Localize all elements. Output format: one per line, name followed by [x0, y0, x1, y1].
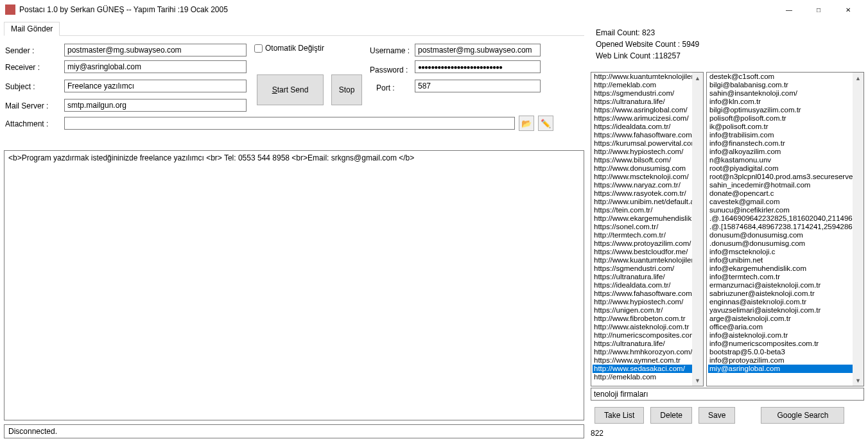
list-item[interactable]: bootstrap@5.0.0-beta3 [708, 348, 853, 356]
receiver-input[interactable] [64, 60, 247, 73]
list-item[interactable]: http://www.hypiostech.com/ [593, 298, 692, 306]
mailserver-input[interactable] [64, 99, 247, 112]
list-item[interactable]: destek@c1soft.com [708, 73, 853, 81]
list-item[interactable]: ermanzurnaci@aisteknoloji.com.tr [708, 281, 853, 290]
list-item[interactable]: info@finanstech.com.tr [708, 139, 853, 148]
list-item[interactable]: info@alkoyazilim.com [708, 148, 853, 156]
list-item[interactable]: office@aria.com [708, 323, 853, 331]
list-item[interactable]: info@mscteknoloji.c [708, 248, 853, 256]
list-item[interactable]: enginnas@aistekrıoloji.com.tr [708, 298, 853, 306]
list-item[interactable]: info@unibim.net [708, 256, 853, 264]
port-input[interactable] [415, 80, 541, 92]
list-item[interactable]: https://www.rasyotek.com.tr/ [593, 189, 692, 198]
email-scrollbar[interactable]: ▲ ▼ [853, 73, 864, 386]
username-input[interactable] [415, 44, 541, 56]
auto-change-check[interactable] [254, 44, 263, 53]
list-item[interactable]: https://unigen.com.tr/ [593, 306, 692, 315]
list-item[interactable]: yavuzselimari@aisteknoloji.com.tr [708, 306, 853, 315]
list-item[interactable]: https://sgmendustri.com/ [593, 89, 692, 98]
list-item-selected[interactable]: miy@asringlobal.com [708, 365, 853, 373]
list-item[interactable]: .donusum@donusumisg.com [708, 239, 853, 248]
search-input[interactable] [591, 388, 864, 401]
subject-input[interactable] [64, 80, 247, 92]
list-item[interactable]: n@kastamonu.unv [708, 156, 853, 164]
list-item[interactable]: polisoft@polisoft.com.tr [708, 114, 853, 123]
list-item[interactable]: https://www.fahasoftware.com/ [593, 290, 692, 298]
list-item[interactable]: http://www.ekargemuhendislik. [593, 214, 692, 223]
password-input[interactable] [415, 60, 541, 73]
close-button[interactable]: ✕ [833, 0, 863, 19]
list-item[interactable]: https://www.naryaz.com.tr/ [593, 181, 692, 189]
list-item[interactable]: http://www.fibrobeton.com.tr [593, 315, 692, 323]
list-item[interactable]: sabriuzuner@aisteknoloji.com.tr [708, 290, 853, 298]
list-item[interactable]: http://emeklab.com [593, 81, 692, 89]
list-item[interactable]: http://numericscomposites.com [593, 331, 692, 340]
list-item[interactable]: http://www.aisteknoloji.com.tr [593, 323, 692, 331]
list-item[interactable]: http://www.donusumisg.com [593, 164, 692, 173]
list-item[interactable]: info@kln.com.tr [708, 98, 853, 106]
take-list-button[interactable]: Take List [595, 407, 644, 424]
list-item[interactable]: arge@aisteknoloji.com.tr [708, 315, 853, 323]
list-item[interactable]: https://www.fahasoftware.com/ [593, 131, 692, 139]
message-body[interactable]: <b>Program yazdırmak istedğininizde free… [4, 150, 584, 420]
maximize-button[interactable]: □ [804, 0, 833, 19]
list-item[interactable]: https://www.arimucizesi.com/ [593, 114, 692, 123]
list-item[interactable]: https://sgmendustri.com/ [593, 264, 692, 273]
scroll-down-icon[interactable]: ▼ [692, 375, 703, 386]
list-item[interactable]: sahin@insanteknoloji.com/ [708, 89, 853, 98]
list-item[interactable]: donusum@donusumisg.com [708, 231, 853, 239]
minimize-button[interactable]: — [774, 0, 804, 19]
delete-button[interactable]: Delete [650, 407, 692, 424]
start-send-button[interactable]: Start Send [257, 74, 324, 105]
url-listbox[interactable]: http://www.kuantumteknolojilerhttp://eme… [591, 72, 704, 386]
list-item[interactable]: .@.1646909642232825,181602040,211496836 [708, 214, 853, 223]
scroll-down-icon[interactable]: ▼ [853, 375, 864, 386]
list-item[interactable]: root@piyadigital.com [708, 164, 853, 173]
email-listbox[interactable]: destek@c1soft.combilgi@balabanisg.com.tr… [706, 72, 864, 386]
list-item[interactable]: https://ultranatura.life/ [593, 273, 692, 281]
scroll-up-icon[interactable]: ▲ [853, 73, 864, 83]
list-item[interactable]: https://ultranatura.life/ [593, 340, 692, 348]
list-item[interactable]: donate@opencart.c [708, 189, 853, 198]
tab-mail-gonder[interactable]: Mail Gönder [4, 22, 60, 36]
list-item[interactable]: https://ultranatura.life/ [593, 98, 692, 106]
list-item[interactable]: http://www.kuantumteknolojiler [593, 256, 692, 264]
list-item[interactable]: bilgi@optimusyazilim.com.tr [708, 106, 853, 114]
list-item[interactable]: http://www.mscteknoloji.com/ [593, 173, 692, 181]
browse-button[interactable]: 📂 [519, 116, 534, 131]
list-item[interactable]: .@.[15874684,48967238.1714241,25942863,2… [708, 223, 853, 231]
list-item-selected[interactable]: http://www.sedasakaci.com/ [593, 365, 692, 373]
list-item[interactable]: https://idealdata.com.tr/ [593, 123, 692, 131]
list-item[interactable]: https://kurumsal.powervital.com [593, 139, 692, 148]
list-item[interactable]: info@ekargemuhendislik.com [708, 264, 853, 273]
list-item[interactable]: info@numericscomposites.com.tr [708, 340, 853, 348]
list-item[interactable]: info@aisteknoloji.com.tr [708, 331, 853, 340]
list-item[interactable]: http://www.hmhkorozyon.com/ [593, 348, 692, 356]
list-item[interactable]: http://www.unibim.net/default.a [593, 198, 692, 206]
list-item[interactable]: http://www.hypiostech.com/ [593, 148, 692, 156]
scroll-up-icon[interactable]: ▲ [692, 73, 703, 83]
list-item[interactable]: info@termtech.com.tr [708, 273, 853, 281]
sender-input[interactable] [64, 44, 247, 56]
list-item[interactable]: sahin_incedemir@hotmail.com [708, 181, 853, 189]
list-item[interactable]: root@n3plcpnl0140.prod.ams3.secureserver… [708, 173, 853, 181]
save-button[interactable]: Save [699, 407, 735, 424]
list-item[interactable]: http://termtech.com.tr/ [593, 231, 692, 239]
list-item[interactable]: sunucu@incefikirler.com [708, 206, 853, 214]
auto-change-checkbox[interactable]: Otomatik Değiştir [254, 44, 324, 53]
list-item[interactable]: ik@polisoft.com.tr [708, 123, 853, 131]
stop-button[interactable]: Stop [331, 74, 362, 105]
list-item[interactable]: bilgi@balabanisg.com.tr [708, 81, 853, 89]
list-item[interactable]: https://www.protoyazilim.com/ [593, 239, 692, 248]
list-item[interactable]: https://www.bestcloudfor.me/ [593, 248, 692, 256]
list-item[interactable]: https://www.bilsoft.com/ [593, 156, 692, 164]
list-item[interactable]: info@protoyazilim.com [708, 356, 853, 365]
list-item[interactable]: https://idealdata.com.tr/ [593, 281, 692, 290]
list-item[interactable]: cavestek@gmail.com [708, 198, 853, 206]
google-search-button[interactable]: Google Search [761, 407, 844, 424]
list-item[interactable]: http://www.kuantumteknolojiler [593, 73, 692, 81]
list-item[interactable]: https://www.asringlobal.com/ [593, 106, 692, 114]
edit-attachment-button[interactable]: ✏️ [538, 116, 553, 131]
list-item[interactable]: http://emeklab.com [593, 373, 692, 381]
attachment-input[interactable] [64, 117, 515, 130]
